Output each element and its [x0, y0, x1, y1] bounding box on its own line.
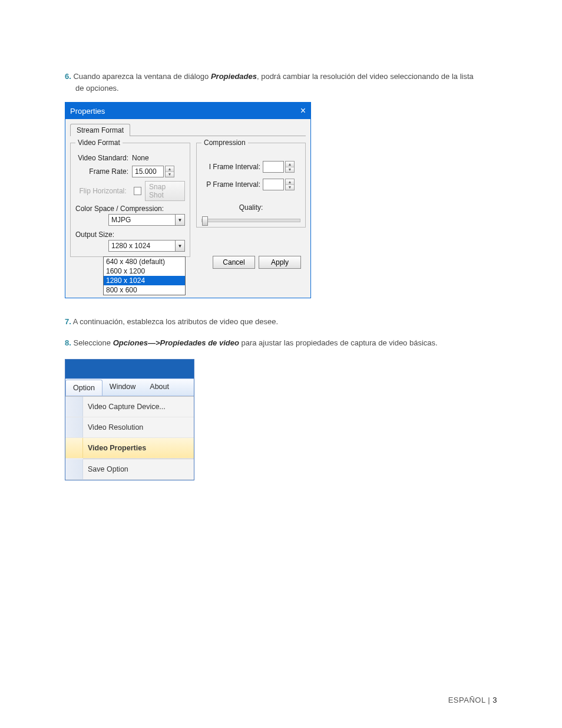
video-standard-label: Video Standard: — [75, 154, 128, 162]
quality-slider[interactable] — [201, 219, 300, 222]
option-dropdown: Video Capture Device... Video Resolution… — [65, 396, 194, 480]
p-frame-input[interactable] — [263, 179, 284, 190]
p-frame-label: P Frame Interval: — [201, 180, 260, 189]
menu-item-video-properties[interactable]: Video Properties — [65, 438, 194, 459]
output-size-option[interactable]: 640 x 480 (default) — [104, 257, 185, 266]
output-size-option-selected[interactable]: 1280 x 1024 — [104, 276, 185, 285]
frame-rate-spinner[interactable]: ▲▼ — [165, 166, 174, 177]
page-footer: ESPAÑOL | 3 — [448, 696, 497, 704]
compression-legend: Compression — [201, 139, 248, 147]
output-size-label: Output Size: — [75, 230, 185, 239]
close-icon[interactable]: × — [300, 106, 306, 116]
menu-item-video-capture-device[interactable]: Video Capture Device... — [65, 397, 194, 417]
i-frame-spinner[interactable]: ▲▼ — [285, 161, 295, 173]
cancel-button[interactable]: Cancel — [213, 256, 255, 269]
chevron-down-icon[interactable]: ▼ — [175, 215, 184, 225]
color-space-combo[interactable]: MJPG ▼ — [108, 214, 185, 226]
app-titlebar — [65, 360, 194, 378]
compression-group: Compression I Frame Interval: ▲▼ P Frame… — [196, 139, 306, 228]
color-space-value: MJPG — [109, 216, 175, 224]
step-6-number: 6. — [65, 72, 71, 81]
menu-item-video-resolution[interactable]: Video Resolution — [65, 417, 194, 438]
frame-rate-label: Frame Rate: — [75, 167, 128, 176]
output-size-option[interactable]: 800 x 600 — [104, 285, 185, 295]
dialog-title: Properties — [70, 107, 105, 116]
tab-stream-format[interactable]: Stream Format — [70, 124, 130, 136]
video-standard-value: None — [132, 154, 149, 162]
menubar: Option Window About — [65, 378, 194, 396]
properties-dialog: Properties × Stream Format Video Format … — [65, 102, 311, 298]
video-format-legend: Video Format — [75, 139, 123, 147]
apply-button[interactable]: Apply — [259, 256, 301, 269]
options-path: Opciones—>Propiedades de video — [113, 338, 239, 347]
option-menu-screenshot: Option Window About Video Capture Device… — [65, 359, 194, 480]
page-number: 3 — [492, 696, 497, 704]
step-7-text: 7. A continuación, establezca los atribu… — [65, 316, 497, 328]
step-7-number: 7. — [65, 317, 71, 326]
dialog-titlebar: Properties × — [65, 103, 310, 119]
flip-horizontal-checkbox — [134, 187, 142, 195]
snap-shot-button: Snap Shot — [145, 181, 185, 201]
menu-about[interactable]: About — [143, 379, 176, 396]
i-frame-input[interactable] — [263, 161, 284, 173]
menu-window[interactable]: Window — [103, 379, 143, 396]
step-6-text: 6. Cuando aparezca la ventana de diálogo… — [65, 71, 497, 94]
step-8-number: 8. — [65, 338, 71, 347]
slider-thumb[interactable] — [202, 216, 208, 226]
footer-language: ESPAÑOL — [448, 696, 485, 704]
color-space-label: Color Space / Compression: — [75, 205, 185, 213]
p-frame-spinner[interactable]: ▲▼ — [285, 179, 295, 190]
menu-item-save-option[interactable]: Save Option — [65, 459, 194, 480]
chevron-down-icon[interactable]: ▼ — [175, 241, 184, 251]
video-format-group: Video Format Video Standard: None Frame … — [70, 139, 190, 257]
step-8-text: 8. Seleccione Opciones—>Propiedades de v… — [65, 337, 497, 349]
properties-word: Propiedades — [211, 72, 257, 81]
output-size-dropdown[interactable]: 640 x 480 (default) 1600 x 1200 1280 x 1… — [103, 256, 186, 295]
output-size-option[interactable]: 1600 x 1200 — [104, 266, 185, 276]
frame-rate-input[interactable]: 15.000 — [132, 166, 164, 177]
flip-horizontal-label: Flip Horizontal: — [75, 187, 127, 195]
menu-option[interactable]: Option — [65, 380, 103, 396]
quality-label: Quality: — [201, 203, 300, 212]
output-size-value: 1280 x 1024 — [109, 242, 175, 250]
output-size-combo[interactable]: 1280 x 1024 ▼ — [108, 240, 185, 252]
i-frame-label: I Frame Interval: — [201, 163, 260, 171]
